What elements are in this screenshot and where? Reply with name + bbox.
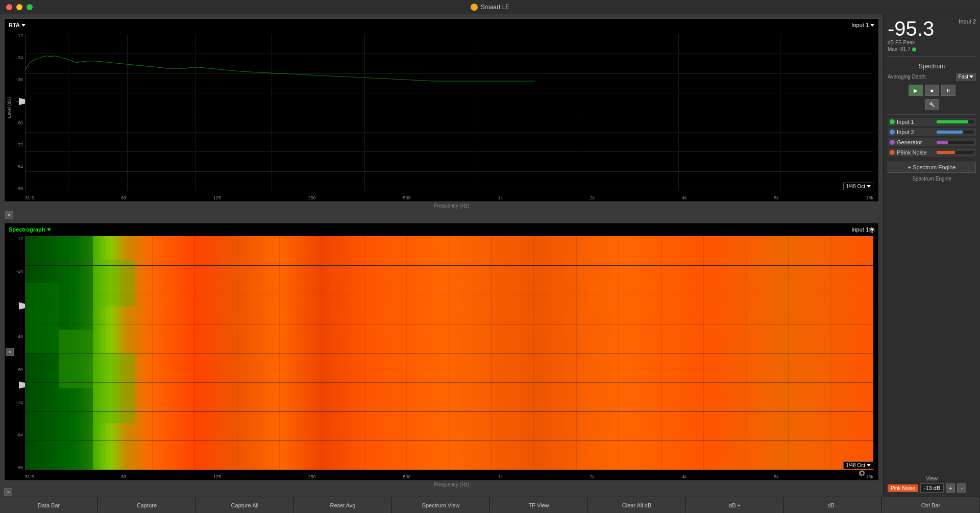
channel-dot-pink bbox=[890, 150, 895, 155]
collapse-bottom-button[interactable]: ✕ bbox=[4, 488, 12, 496]
channel-pink-noise: P9ink Noise bbox=[888, 148, 976, 157]
rta-x-labels: 31.5 63 125 250 500 1k 2k 4k 8k 16k bbox=[25, 195, 873, 200]
channel-level-pink bbox=[937, 151, 974, 154]
channel-level-input1 bbox=[937, 120, 974, 123]
clear-all-db-button[interactable]: Clear All dB bbox=[588, 497, 686, 513]
y-label-24: -24 bbox=[16, 55, 23, 60]
ctrl-bar-button[interactable]: Ctrl Bar bbox=[882, 497, 980, 513]
channel-dot-input1 bbox=[890, 119, 895, 124]
spectro-oct-dropdown[interactable] bbox=[867, 464, 871, 467]
level-db-value: -95.3 bbox=[888, 18, 934, 39]
spectrograph-dropdown[interactable] bbox=[47, 228, 51, 231]
view-label: View bbox=[888, 475, 976, 481]
spacer bbox=[888, 183, 976, 472]
spectrum-engine-label: Spectrum Engine bbox=[888, 175, 976, 183]
panel-divider-1 bbox=[888, 56, 976, 57]
panel-divider-2 bbox=[888, 114, 976, 115]
pink-noise-button[interactable]: Pink Noise bbox=[888, 484, 918, 492]
tf-view-button[interactable]: TF View bbox=[490, 497, 588, 513]
channel-fill-input1 bbox=[937, 120, 968, 123]
data-bar-button[interactable]: Data Bar bbox=[0, 497, 98, 513]
rta-label[interactable]: RTA bbox=[9, 22, 26, 28]
charts-panel: RTA Input 1 Level (dB) -12 -24 -36 -48 -… bbox=[0, 14, 883, 497]
window-controls[interactable] bbox=[6, 4, 33, 10]
channel-level-input2 bbox=[937, 131, 974, 134]
db-plus-button[interactable]: + bbox=[946, 483, 955, 493]
level-unit: dB FS Peak bbox=[888, 40, 934, 45]
avg-depth-dropdown[interactable] bbox=[969, 75, 973, 78]
x-8k: 8k bbox=[774, 195, 779, 200]
db-minus-button[interactable]: - bbox=[957, 483, 966, 493]
reset-avg-button[interactable]: Reset Avg bbox=[294, 497, 392, 513]
play-button[interactable]: ▶ bbox=[909, 85, 923, 96]
level-meter: -95.3 dB FS Peak Max -91.7 Input 2 bbox=[888, 18, 976, 52]
x-31: 31.5 bbox=[25, 195, 34, 200]
add-spectrum-engine-button[interactable]: + Spectrum Engine bbox=[888, 162, 976, 173]
x-16k: 16k bbox=[866, 195, 873, 200]
spectrograph-header: Spectrograph Input 1 bbox=[9, 226, 874, 233]
level-reading: -95.3 dB FS Peak Max -91.7 bbox=[888, 18, 934, 52]
bottom-toolbar: Data Bar Capture Capture All Reset Avg S… bbox=[0, 497, 980, 513]
y-label-12: -12 bbox=[16, 33, 23, 38]
channel-name-input2: Input 2 bbox=[897, 129, 935, 135]
collapse-spectro-button[interactable]: ✕ bbox=[6, 348, 14, 356]
spectro-slider-bottom[interactable] bbox=[19, 381, 25, 389]
panel-separator: ✕ bbox=[4, 210, 879, 221]
channel-name-generator: Generator bbox=[897, 139, 935, 145]
capture-all-button[interactable]: Capture All bbox=[196, 497, 294, 513]
spectrum-view-button[interactable]: Spectrum View bbox=[392, 497, 490, 513]
close-button[interactable] bbox=[6, 4, 12, 10]
pink-noise-row: Pink Noise -13 dB + - bbox=[888, 483, 976, 493]
spectro-input-dropdown[interactable] bbox=[870, 228, 874, 231]
spectrograph-label[interactable]: Spectrograph bbox=[9, 226, 51, 233]
stop-button[interactable]: ■ bbox=[925, 85, 939, 96]
rta-panel: RTA Input 1 Level (dB) -12 -24 -36 -48 -… bbox=[4, 18, 879, 202]
rta-header: RTA Input 1 bbox=[9, 22, 874, 28]
channel-input1: Input 1 bbox=[888, 118, 976, 126]
capture-button[interactable]: Capture bbox=[98, 497, 196, 513]
right-panel: -95.3 dB FS Peak Max -91.7 Input 2 Spect… bbox=[883, 14, 980, 497]
max-dot bbox=[912, 47, 916, 52]
x-4k: 4k bbox=[682, 195, 687, 200]
app-title: Smaart LE bbox=[471, 4, 510, 11]
y-label-84: -84 bbox=[16, 164, 23, 169]
view-section: View Pink Noise -13 dB + - bbox=[888, 472, 976, 493]
rta-dropdown-arrow[interactable] bbox=[21, 24, 26, 27]
bottom-collapse-area: ✕ bbox=[4, 488, 879, 497]
rta-frequency-label: Frequency (Hz) bbox=[4, 202, 879, 210]
spectro-slider-top[interactable] bbox=[19, 302, 25, 310]
avg-depth-select[interactable]: Fast bbox=[956, 73, 976, 81]
rta-y-axis: -12 -24 -36 -48 -60 -72 -84 -96 bbox=[5, 33, 25, 191]
oct-dropdown[interactable] bbox=[867, 185, 871, 188]
maximize-button[interactable] bbox=[27, 4, 33, 10]
channel-input2: Input 2 bbox=[888, 128, 976, 136]
pause-button[interactable]: ⏸ bbox=[941, 85, 955, 96]
collapse-rta-button[interactable]: ✕ bbox=[5, 211, 13, 219]
rta-input-selector[interactable]: Input 1 bbox=[851, 22, 874, 28]
db-minus-toolbar-button[interactable]: dB - bbox=[784, 497, 882, 513]
minimize-button[interactable] bbox=[16, 4, 22, 10]
level-max: Max -91.7 bbox=[888, 46, 934, 52]
right-input-label: Input 2 bbox=[959, 18, 976, 24]
rta-oct-control[interactable]: 1/48 Oct bbox=[843, 183, 873, 190]
settings-wrench-button[interactable] bbox=[925, 99, 939, 110]
rta-spectrum-canvas bbox=[25, 34, 873, 191]
y-label-60: -60 bbox=[16, 120, 23, 125]
x-125: 125 bbox=[213, 195, 221, 200]
transport-controls: ▶ ■ ⏸ bbox=[888, 85, 976, 96]
channel-generator: Generator bbox=[888, 138, 976, 146]
spectrum-title: Spectrum bbox=[888, 63, 976, 70]
spectrograph-input-selector[interactable]: Input 1 bbox=[851, 226, 874, 233]
spectro-oct-control[interactable]: 1/48 Oct bbox=[843, 461, 873, 469]
db-display: -13 dB bbox=[920, 483, 944, 493]
channel-dot-generator bbox=[890, 140, 895, 145]
x-63: 63 bbox=[121, 195, 126, 200]
spectro-grid bbox=[25, 236, 873, 470]
rta-slider-handle[interactable] bbox=[19, 98, 25, 105]
channel-name-pink: P9ink Noise bbox=[897, 149, 935, 156]
channel-fill-input2 bbox=[937, 131, 963, 134]
input-dropdown-arrow[interactable] bbox=[870, 24, 874, 27]
channel-dot-input2 bbox=[890, 130, 895, 135]
db-plus-toolbar-button[interactable]: dB + bbox=[686, 497, 784, 513]
y-label-72: -72 bbox=[16, 142, 23, 147]
